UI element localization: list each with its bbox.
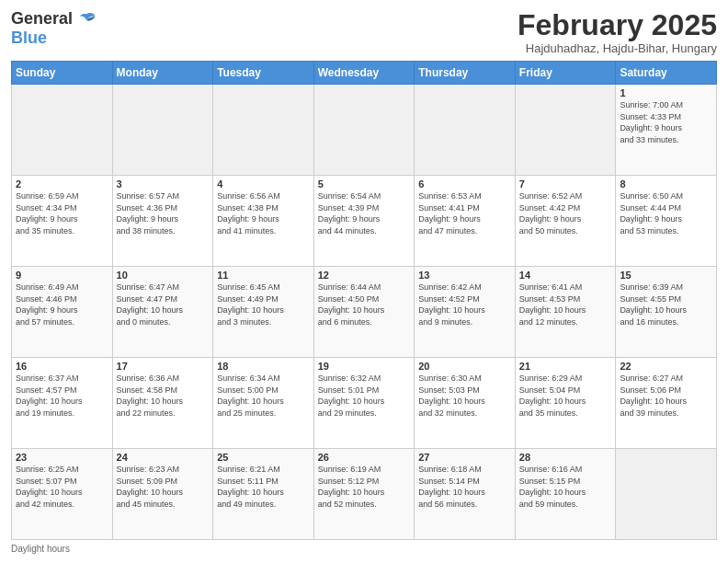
calendar-cell: 14Sunrise: 6:41 AM Sunset: 4:53 PM Dayli… <box>515 267 616 358</box>
day-number: 8 <box>620 178 712 190</box>
calendar-week-row: 1Sunrise: 7:00 AM Sunset: 4:33 PM Daylig… <box>12 85 717 176</box>
column-header-sunday: Sunday <box>12 62 113 85</box>
day-number: 24 <box>117 452 210 463</box>
calendar-cell <box>515 85 616 176</box>
calendar-cell: 22Sunrise: 6:27 AM Sunset: 5:06 PM Dayli… <box>616 358 717 449</box>
day-info: Sunrise: 6:36 AM Sunset: 4:58 PM Dayligh… <box>117 373 210 419</box>
calendar-cell: 8Sunrise: 6:50 AM Sunset: 4:44 PM Daylig… <box>616 176 717 267</box>
calendar-cell <box>112 85 213 176</box>
calendar-title: February 2025 <box>518 9 717 41</box>
day-number: 15 <box>620 270 712 281</box>
day-info: Sunrise: 6:21 AM Sunset: 5:11 PM Dayligh… <box>217 464 310 510</box>
title-area: February 2025 Hajduhadhaz, Hajdu-Bihar, … <box>518 9 717 55</box>
day-number: 4 <box>217 178 310 190</box>
day-info: Sunrise: 6:47 AM Sunset: 4:47 PM Dayligh… <box>117 282 210 327</box>
day-info: Sunrise: 6:49 AM Sunset: 4:46 PM Dayligh… <box>16 282 108 327</box>
day-number: 3 <box>117 178 210 190</box>
calendar-cell: 2Sunrise: 6:59 AM Sunset: 4:34 PM Daylig… <box>12 176 113 267</box>
calendar-cell: 27Sunrise: 6:18 AM Sunset: 5:14 PM Dayli… <box>415 449 516 540</box>
calendar-cell: 9Sunrise: 6:49 AM Sunset: 4:46 PM Daylig… <box>12 267 113 358</box>
calendar-cell: 3Sunrise: 6:57 AM Sunset: 4:36 PM Daylig… <box>112 176 213 267</box>
calendar-cell: 26Sunrise: 6:19 AM Sunset: 5:12 PM Dayli… <box>313 449 415 540</box>
calendar-cell: 13Sunrise: 6:42 AM Sunset: 4:52 PM Dayli… <box>415 267 516 358</box>
calendar-cell: 4Sunrise: 6:56 AM Sunset: 4:38 PM Daylig… <box>213 176 314 267</box>
day-info: Sunrise: 6:34 AM Sunset: 5:00 PM Dayligh… <box>217 373 310 419</box>
logo-bird-icon <box>76 9 97 29</box>
calendar-cell <box>213 85 314 176</box>
day-number: 19 <box>318 361 411 372</box>
day-number: 17 <box>117 361 210 372</box>
calendar-cell: 17Sunrise: 6:36 AM Sunset: 4:58 PM Dayli… <box>112 358 213 449</box>
calendar-cell: 18Sunrise: 6:34 AM Sunset: 5:00 PM Dayli… <box>213 358 314 449</box>
column-header-thursday: Thursday <box>415 62 516 85</box>
day-info: Sunrise: 6:41 AM Sunset: 4:53 PM Dayligh… <box>519 282 612 327</box>
column-header-saturday: Saturday <box>616 62 717 85</box>
calendar-cell: 12Sunrise: 6:44 AM Sunset: 4:50 PM Dayli… <box>313 267 415 358</box>
calendar-week-row: 9Sunrise: 6:49 AM Sunset: 4:46 PM Daylig… <box>12 267 717 358</box>
day-number: 28 <box>519 452 612 463</box>
calendar-cell: 28Sunrise: 6:16 AM Sunset: 5:15 PM Dayli… <box>515 449 616 540</box>
calendar-cell: 21Sunrise: 6:29 AM Sunset: 5:04 PM Dayli… <box>515 358 616 449</box>
day-number: 9 <box>16 270 108 281</box>
day-info: Sunrise: 6:45 AM Sunset: 4:49 PM Dayligh… <box>217 282 310 327</box>
day-number: 27 <box>418 452 511 463</box>
day-number: 22 <box>620 361 712 372</box>
day-number: 2 <box>16 178 108 190</box>
day-number: 20 <box>418 361 511 372</box>
calendar-cell: 16Sunrise: 6:37 AM Sunset: 4:57 PM Dayli… <box>12 358 113 449</box>
calendar-week-row: 2Sunrise: 6:59 AM Sunset: 4:34 PM Daylig… <box>12 176 717 267</box>
day-number: 25 <box>217 452 310 463</box>
day-info: Sunrise: 6:42 AM Sunset: 4:52 PM Dayligh… <box>418 282 511 327</box>
day-info: Sunrise: 6:39 AM Sunset: 4:55 PM Dayligh… <box>620 282 712 327</box>
calendar-cell: 10Sunrise: 6:47 AM Sunset: 4:47 PM Dayli… <box>112 267 213 358</box>
calendar-cell <box>616 449 717 540</box>
day-info: Sunrise: 6:29 AM Sunset: 5:04 PM Dayligh… <box>519 373 612 419</box>
logo-general: General <box>11 10 73 29</box>
footer-note: Daylight hours <box>11 544 717 554</box>
day-number: 16 <box>16 361 108 372</box>
day-info: Sunrise: 6:57 AM Sunset: 4:36 PM Dayligh… <box>117 190 210 236</box>
day-info: Sunrise: 6:50 AM Sunset: 4:44 PM Dayligh… <box>620 190 712 236</box>
day-info: Sunrise: 6:54 AM Sunset: 4:39 PM Dayligh… <box>318 190 411 236</box>
calendar-week-row: 23Sunrise: 6:25 AM Sunset: 5:07 PM Dayli… <box>12 449 717 540</box>
day-info: Sunrise: 6:23 AM Sunset: 5:09 PM Dayligh… <box>117 464 210 510</box>
calendar-cell: 5Sunrise: 6:54 AM Sunset: 4:39 PM Daylig… <box>313 176 415 267</box>
day-info: Sunrise: 6:44 AM Sunset: 4:50 PM Dayligh… <box>318 282 411 327</box>
column-header-friday: Friday <box>515 62 616 85</box>
header: General Blue February 2025 Hajduhadhaz, … <box>11 9 717 55</box>
calendar-cell: 23Sunrise: 6:25 AM Sunset: 5:07 PM Dayli… <box>12 449 113 540</box>
calendar-cell: 20Sunrise: 6:30 AM Sunset: 5:03 PM Dayli… <box>415 358 516 449</box>
calendar-cell: 6Sunrise: 6:53 AM Sunset: 4:41 PM Daylig… <box>415 176 516 267</box>
day-info: Sunrise: 6:59 AM Sunset: 4:34 PM Dayligh… <box>16 190 108 236</box>
day-info: Sunrise: 6:32 AM Sunset: 5:01 PM Dayligh… <box>318 373 411 419</box>
day-number: 7 <box>519 178 612 190</box>
calendar-cell: 24Sunrise: 6:23 AM Sunset: 5:09 PM Dayli… <box>112 449 213 540</box>
day-number: 21 <box>519 361 612 372</box>
day-info: Sunrise: 7:00 AM Sunset: 4:33 PM Dayligh… <box>620 99 712 145</box>
day-info: Sunrise: 6:19 AM Sunset: 5:12 PM Dayligh… <box>318 464 411 510</box>
day-number: 18 <box>217 361 310 372</box>
column-header-monday: Monday <box>112 62 213 85</box>
day-info: Sunrise: 6:56 AM Sunset: 4:38 PM Dayligh… <box>217 190 310 236</box>
day-info: Sunrise: 6:37 AM Sunset: 4:57 PM Dayligh… <box>16 373 108 419</box>
day-number: 12 <box>318 270 411 281</box>
calendar-cell: 1Sunrise: 7:00 AM Sunset: 4:33 PM Daylig… <box>616 85 717 176</box>
calendar-cell: 7Sunrise: 6:52 AM Sunset: 4:42 PM Daylig… <box>515 176 616 267</box>
column-header-tuesday: Tuesday <box>213 62 314 85</box>
calendar-week-row: 16Sunrise: 6:37 AM Sunset: 4:57 PM Dayli… <box>12 358 717 449</box>
logo: General Blue <box>11 9 97 48</box>
day-number: 5 <box>318 178 411 190</box>
calendar-header-row: SundayMondayTuesdayWednesdayThursdayFrid… <box>12 62 717 85</box>
calendar-subtitle: Hajduhadhaz, Hajdu-Bihar, Hungary <box>518 41 717 55</box>
day-number: 26 <box>318 452 411 463</box>
calendar-cell: 25Sunrise: 6:21 AM Sunset: 5:11 PM Dayli… <box>213 449 314 540</box>
calendar-cell <box>415 85 516 176</box>
day-number: 10 <box>117 270 210 281</box>
day-info: Sunrise: 6:16 AM Sunset: 5:15 PM Dayligh… <box>519 464 612 510</box>
page: General Blue February 2025 Hajduhadhaz, … <box>0 0 728 563</box>
calendar-cell <box>313 85 415 176</box>
calendar-cell: 11Sunrise: 6:45 AM Sunset: 4:49 PM Dayli… <box>213 267 314 358</box>
day-info: Sunrise: 6:30 AM Sunset: 5:03 PM Dayligh… <box>418 373 511 419</box>
calendar-cell: 15Sunrise: 6:39 AM Sunset: 4:55 PM Dayli… <box>616 267 717 358</box>
day-number: 23 <box>16 452 108 463</box>
